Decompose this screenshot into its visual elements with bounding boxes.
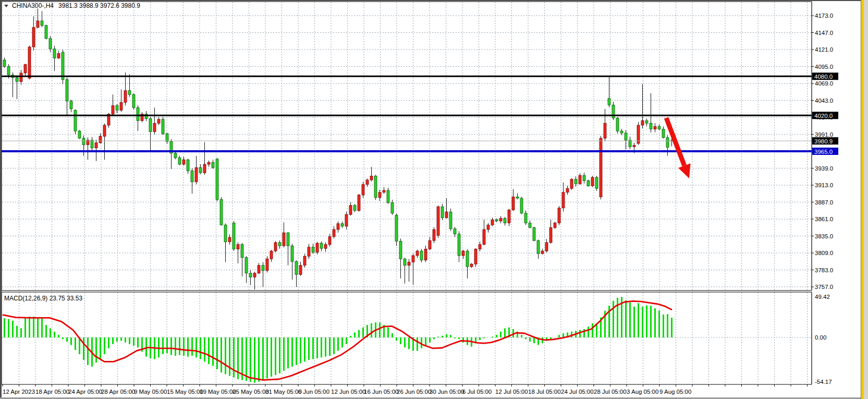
date-label: 24 Apr 05:00 [68, 389, 102, 395]
candle-down [516, 197, 519, 199]
candle-up [112, 106, 114, 114]
candle-up [462, 251, 464, 256]
candle-down [187, 160, 189, 171]
candle-down [458, 234, 460, 256]
candle-up [349, 205, 352, 215]
candle-down [399, 241, 402, 259]
candle-up [562, 192, 565, 208]
price-box-label: 3965.0 [814, 149, 833, 155]
candle-down [74, 110, 77, 131]
candle-up [316, 243, 319, 252]
date-label: 28 Jul 05:00 [594, 389, 627, 395]
candle-up [195, 167, 198, 182]
candle-up [36, 21, 39, 28]
price-tick-label: 3783.0 [815, 267, 833, 273]
candle-down [62, 52, 64, 80]
candle-down [449, 212, 452, 229]
date-label: 9 May 05:00 [134, 389, 167, 395]
candle-up [24, 65, 27, 73]
candle-down [662, 129, 665, 138]
candle-up [32, 28, 35, 47]
candle-up [633, 146, 635, 147]
candle-down [420, 251, 423, 260]
candle-up [333, 229, 335, 237]
candle-down [583, 175, 585, 180]
candle-down [233, 223, 235, 249]
candle-down [441, 207, 444, 217]
candle-up [258, 265, 260, 273]
candle-up [358, 195, 360, 211]
candle-down [220, 200, 223, 225]
candle-up [283, 233, 285, 246]
date-label: 26 Jun 05:00 [397, 389, 432, 395]
candle-down [353, 205, 356, 211]
price-tick-label: 3757.0 [815, 284, 833, 290]
candle-down [53, 49, 56, 58]
candle-up [424, 249, 427, 260]
price-tick-label: 4147.0 [815, 30, 833, 36]
price-box-label: 3980.9 [814, 138, 833, 144]
candle-up [274, 243, 277, 251]
candle-up [429, 240, 431, 249]
candle-down [666, 138, 669, 148]
candle-down [504, 219, 506, 223]
candle-down [391, 203, 394, 213]
candle-down [287, 233, 289, 246]
candle-down [387, 190, 389, 203]
date-label: 19 May 05:00 [200, 389, 236, 395]
candle-down [658, 127, 661, 129]
candle-up [370, 176, 373, 180]
candle-up [416, 251, 419, 256]
candle-up [412, 256, 414, 262]
price-tick-label: 3939.0 [815, 165, 833, 172]
candle-up [445, 212, 448, 217]
candle-up [120, 102, 123, 110]
date-label: 28 Apr 05:00 [101, 389, 135, 395]
candle-up [600, 138, 602, 197]
window-top-edge [0, 0, 868, 1]
candle-down [137, 107, 139, 120]
candle-down [174, 153, 177, 158]
gold-stripe-edge [861, 0, 861, 399]
candle-down [70, 101, 72, 109]
candle-up [491, 220, 494, 225]
candle-down [587, 180, 590, 186]
candle-down [91, 140, 93, 148]
candle-up [408, 262, 410, 265]
candle-down [149, 119, 152, 132]
candle-up [554, 223, 556, 228]
candle-down [245, 258, 248, 273]
candle-up [378, 192, 381, 198]
candle-up [545, 243, 548, 251]
title-symbol-period: CHINA300-,H4 [12, 2, 54, 9]
candle-down [166, 134, 168, 141]
date-label: 25 May 05:00 [233, 389, 269, 395]
candle-up [483, 229, 485, 245]
candle-up [99, 136, 102, 143]
candle-down [132, 94, 135, 107]
chart-window: 4173.04147.04121.04095.04069.04043.04017… [0, 0, 868, 399]
candle-up [237, 245, 239, 249]
candle-up [512, 197, 515, 210]
candle-down [574, 179, 577, 184]
candle-up [470, 264, 473, 267]
date-label: 12 Apr 2023 [3, 389, 35, 395]
candle-down [537, 240, 540, 253]
price-box-label: 4020.0 [814, 113, 833, 119]
candle-down [199, 167, 202, 173]
date-label: 6 Jul 05:00 [462, 389, 492, 395]
candle-up [604, 123, 606, 138]
price-tick-label: 3887.0 [815, 199, 833, 205]
candle-up [508, 210, 510, 223]
date-label: 6 Jun 05:00 [298, 389, 329, 395]
candle-down [625, 133, 627, 140]
date-label: 9 Aug 05:00 [659, 389, 691, 395]
candle-down [178, 158, 181, 165]
candle-up [433, 229, 435, 240]
candle-down [212, 162, 214, 167]
candle-up [253, 273, 256, 277]
candle-up [487, 225, 490, 229]
candle-down [262, 265, 264, 271]
macd-scale-zero: 0.00 [815, 334, 826, 341]
date-label: 16 Jun 05:00 [364, 389, 399, 395]
